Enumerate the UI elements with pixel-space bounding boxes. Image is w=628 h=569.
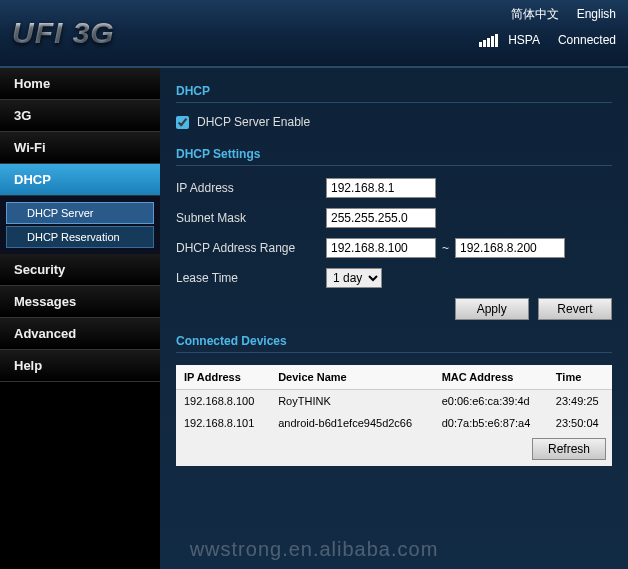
refresh-button[interactable]: Refresh — [532, 438, 606, 460]
sidebar-item-3g[interactable]: 3G — [0, 100, 160, 132]
sidebar: Home 3G Wi-Fi DHCP DHCP Server DHCP Rese… — [0, 68, 160, 569]
table-row: 192.168.8.101 android-b6d1efce945d2c66 d… — [176, 412, 612, 434]
connected-devices-table: IP Address Device Name MAC Address Time … — [176, 365, 612, 434]
header: UFI 3G 简体中文 English HSPA Connected — [0, 0, 628, 68]
main-panel: DHCP DHCP Server Enable DHCP Settings IP… — [160, 68, 628, 569]
sidebar-item-home[interactable]: Home — [0, 68, 160, 100]
sidebar-item-help[interactable]: Help — [0, 350, 160, 382]
sidebar-sub-dhcp-reservation[interactable]: DHCP Reservation — [6, 226, 154, 248]
col-ip: IP Address — [176, 365, 270, 390]
ip-address-label: IP Address — [176, 181, 326, 195]
signal-icon — [479, 34, 498, 47]
connected-devices-panel: IP Address Device Name MAC Address Time … — [176, 365, 612, 466]
col-name: Device Name — [270, 365, 434, 390]
subnet-mask-input[interactable] — [326, 208, 436, 228]
language-row: 简体中文 English — [479, 6, 616, 23]
logo: UFI 3G — [12, 16, 115, 50]
table-row: 192.168.8.100 RoyTHINK e0:06:e6:ca:39:4d… — [176, 390, 612, 413]
dhcp-range-end-input[interactable] — [455, 238, 565, 258]
dhcp-range-start-input[interactable] — [326, 238, 436, 258]
range-separator: ~ — [442, 241, 449, 255]
connection-status: Connected — [558, 33, 616, 47]
lease-time-label: Lease Time — [176, 271, 326, 285]
revert-button[interactable]: Revert — [538, 298, 612, 320]
network-type: HSPA — [508, 33, 540, 47]
subnet-mask-label: Subnet Mask — [176, 211, 326, 225]
col-time: Time — [548, 365, 612, 390]
sidebar-item-messages[interactable]: Messages — [0, 286, 160, 318]
lang-chinese-link[interactable]: 简体中文 — [511, 7, 559, 21]
sidebar-item-security[interactable]: Security — [0, 254, 160, 286]
lang-english-link[interactable]: English — [577, 7, 616, 21]
sidebar-item-advanced[interactable]: Advanced — [0, 318, 160, 350]
sidebar-sub-dhcp: DHCP Server DHCP Reservation — [0, 196, 160, 254]
sidebar-item-wifi[interactable]: Wi-Fi — [0, 132, 160, 164]
sidebar-item-dhcp[interactable]: DHCP — [0, 164, 160, 196]
section-dhcp-title: DHCP — [176, 84, 612, 103]
dhcp-range-label: DHCP Address Range — [176, 241, 326, 255]
header-right: 简体中文 English HSPA Connected — [479, 6, 616, 47]
section-settings-title: DHCP Settings — [176, 147, 612, 166]
section-devices-title: Connected Devices — [176, 334, 612, 353]
status-row: HSPA Connected — [479, 33, 616, 47]
col-mac: MAC Address — [434, 365, 548, 390]
dhcp-enable-checkbox[interactable] — [176, 116, 189, 129]
lease-time-select[interactable]: 1 day — [326, 268, 382, 288]
dhcp-enable-label: DHCP Server Enable — [197, 115, 310, 129]
apply-button[interactable]: Apply — [455, 298, 529, 320]
sidebar-sub-dhcp-server[interactable]: DHCP Server — [6, 202, 154, 224]
ip-address-input[interactable] — [326, 178, 436, 198]
